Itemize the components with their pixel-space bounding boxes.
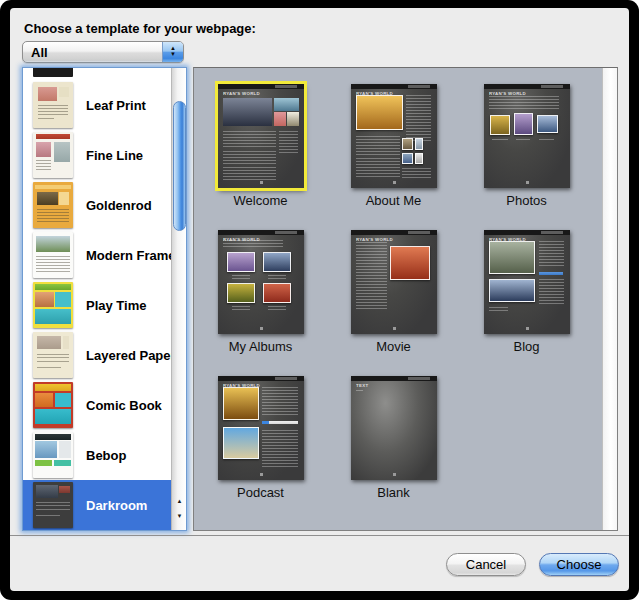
photo-placeholder — [223, 427, 259, 459]
grid-item-my-albums[interactable]: Ryan's WorldMy Albums — [194, 230, 327, 376]
photo-placeholder — [390, 246, 430, 280]
sidebar-item-modern-frame[interactable]: Modern Frame — [23, 230, 187, 280]
choose-button[interactable]: Choose — [539, 553, 619, 576]
grid-item-blank[interactable]: TextBlank — [327, 376, 460, 522]
page-footer-mark — [260, 181, 263, 184]
page-preview-title: Text — [356, 383, 368, 388]
photo-placeholder — [35, 409, 70, 425]
arrow-down-icon: ▼ — [170, 52, 176, 58]
dialog-footer: Cancel Choose — [10, 535, 629, 591]
template-name: Bebop — [86, 448, 126, 463]
content-area: Leaf PrintFine LineGoldenrodModern Frame… — [22, 67, 618, 531]
sidebar-scrollbar[interactable]: ▲ ▼ — [171, 68, 186, 530]
template-thumbnail — [33, 332, 73, 378]
page-navbar — [484, 84, 570, 89]
sidebar-item-darkroom[interactable]: Darkroom — [23, 480, 187, 530]
text-lines — [36, 515, 60, 518]
page-preview-title: Ryan's World — [489, 91, 526, 96]
template-thumbnail — [33, 132, 73, 178]
template-name: Modern Frame — [86, 248, 176, 263]
grid-item-photos[interactable]: Ryan's WorldPhotos — [460, 84, 593, 230]
photo-placeholder — [35, 434, 70, 440]
scroll-up-icon[interactable]: ▲ — [172, 494, 187, 509]
scrollbar-thumb[interactable] — [173, 101, 186, 231]
sidebar-item-goldenrod[interactable]: Goldenrod — [23, 180, 187, 230]
sidebar-item-fine-line[interactable]: Fine Line — [23, 130, 187, 180]
photo-placeholder — [35, 393, 53, 407]
photo-placeholder — [37, 336, 61, 350]
category-filter-value: All — [23, 45, 162, 60]
photo-placeholder — [54, 460, 71, 466]
photo-placeholder — [35, 309, 70, 325]
page-thumbnail: Ryan's World — [351, 230, 437, 334]
page-thumbnail: Ryan's World — [484, 84, 570, 188]
page-preview: Text — [351, 376, 437, 480]
photo-placeholder — [262, 421, 269, 425]
page-template-name: My Albums — [229, 339, 293, 354]
text-lines — [223, 240, 283, 248]
grid-item-about-me[interactable]: Ryan's WorldAbout Me — [327, 84, 460, 230]
grid-item-blog[interactable]: Ryan's WorldBlog — [460, 230, 593, 376]
template-list: Leaf PrintFine LineGoldenrodModern Frame… — [23, 68, 173, 530]
grid-item-movie[interactable]: Ryan's WorldMovie — [327, 230, 460, 376]
photo-placeholder — [402, 153, 413, 164]
sidebar-item-leaf-print[interactable]: Leaf Print — [23, 80, 187, 130]
sidebar-item-bebop[interactable]: Bebop — [23, 430, 187, 480]
photo-placeholder — [59, 441, 71, 458]
text-lines — [492, 139, 507, 142]
page-navbar — [218, 230, 304, 235]
text-lines — [223, 131, 276, 148]
photo-placeholder — [59, 486, 69, 493]
text-lines — [223, 151, 276, 166]
text-lines — [356, 242, 388, 311]
photo-placeholder — [35, 292, 53, 307]
page-template-name: Blank — [377, 485, 410, 500]
text-lines — [539, 241, 565, 268]
page-footer-mark — [393, 181, 396, 184]
photo-placeholder — [37, 192, 58, 205]
page-navbar — [484, 230, 570, 235]
text-lines — [38, 105, 68, 109]
photo-placeholder — [38, 87, 57, 102]
page-navbar — [218, 84, 304, 89]
photo-placeholder — [490, 115, 510, 135]
category-filter-select[interactable]: All ▲ ▼ — [22, 41, 184, 63]
scrollbar-arrows: ▲ ▼ — [172, 494, 187, 524]
template-list-panel: Leaf PrintFine LineGoldenrodModern Frame… — [22, 67, 187, 531]
dialog-window: Choose a template for your webpage: All … — [0, 0, 639, 600]
photo-placeholder — [59, 192, 69, 205]
page-template-name: Welcome — [234, 193, 288, 208]
text-lines — [489, 96, 560, 108]
photo-placeholder — [415, 153, 423, 164]
photo-placeholder — [263, 252, 291, 272]
page-thumbnail: Ryan's World — [484, 230, 570, 334]
photo-placeholder — [54, 142, 70, 162]
photo-placeholder — [489, 241, 535, 273]
page-template-name: Movie — [376, 339, 411, 354]
grid-item-podcast[interactable]: Ryan's WorldPodcast — [194, 376, 327, 522]
scroll-down-icon[interactable]: ▼ — [172, 509, 187, 524]
page-preview: Ryan's World — [218, 84, 304, 188]
template-thumbnail — [33, 82, 73, 128]
page-preview: Ryan's World — [351, 84, 437, 188]
photo-placeholder — [223, 387, 259, 419]
template-thumbnail — [33, 232, 73, 278]
sidebar-item-layered-paper[interactable]: Layered Paper — [23, 330, 187, 380]
text-lines — [38, 111, 68, 115]
grid-scrollbar-track[interactable] — [602, 68, 617, 530]
photo-placeholder — [59, 87, 69, 97]
page-footer-mark — [393, 473, 396, 476]
text-lines — [356, 158, 401, 179]
grid-item-welcome[interactable]: Ryan's WorldWelcome — [194, 84, 327, 230]
photo-placeholder — [514, 113, 532, 135]
photo-placeholder — [55, 292, 70, 307]
text-lines — [37, 209, 69, 222]
photo-placeholder — [489, 279, 535, 302]
sidebar-item-play-time[interactable]: Play Time — [23, 280, 187, 330]
page-template-name: About Me — [366, 193, 422, 208]
sidebar-item-comic-book[interactable]: Comic Book — [23, 380, 187, 430]
photo-placeholder — [35, 284, 70, 290]
text-lines — [232, 306, 250, 310]
page-navbar — [351, 230, 437, 235]
cancel-button[interactable]: Cancel — [446, 553, 526, 576]
